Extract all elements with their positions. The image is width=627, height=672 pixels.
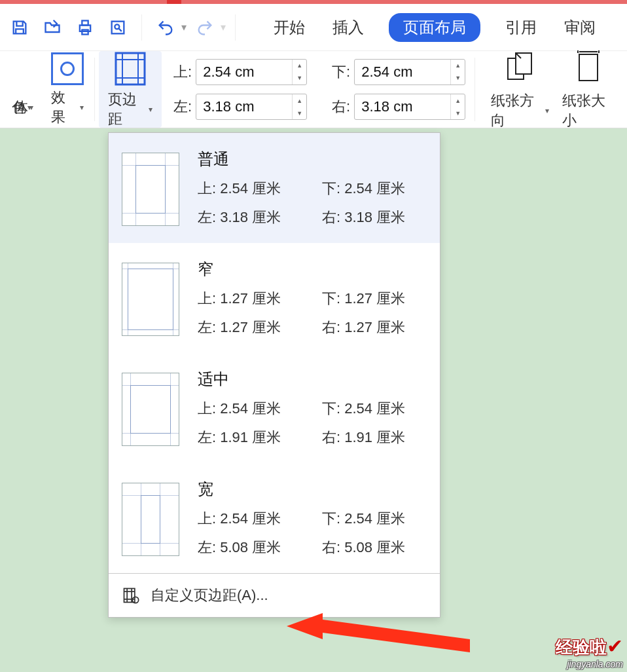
page-orientation-group[interactable]: 纸张方向▾ — [484, 51, 556, 128]
annotation-arrow — [287, 613, 470, 659]
preview-icon — [109, 18, 127, 37]
preset-top: 上: 2.54 厘米 — [198, 179, 302, 198]
save-icon — [10, 18, 29, 37]
preset-right: 右: 5.08 厘米 — [322, 538, 427, 557]
svg-rect-1 — [82, 20, 88, 25]
custom-margin-button[interactable]: 自定义页边距(A)... — [109, 573, 440, 617]
document-workspace: ▾ ▾ 开始 插入 页面布局 引用 审阅 色▾ 体▾ 效果▾ — [0, 4, 627, 672]
effects-label: 效果 — [51, 88, 79, 127]
preset-left: 左: 1.27 厘米 — [198, 318, 302, 337]
preset-left: 左: 3.18 厘米 — [198, 208, 302, 227]
preset-thumb-icon — [122, 483, 179, 556]
svg-point-18 — [132, 597, 138, 603]
margin-preset-2[interactable]: 适中 上: 2.54 厘米 下: 2.54 厘米 左: 1.91 厘米 右: 1… — [109, 353, 440, 463]
preset-name: 宽 — [198, 479, 427, 500]
svg-marker-19 — [287, 613, 470, 652]
spinner-up-icon[interactable]: ▲ — [451, 94, 465, 107]
svg-rect-13 — [124, 589, 135, 603]
tab-page-layout[interactable]: 页面布局 — [389, 13, 480, 42]
save-button[interactable] — [5, 13, 34, 42]
effects-icon — [51, 52, 84, 85]
preview-button[interactable] — [103, 13, 132, 42]
margin-bottom-label: 下: — [327, 62, 350, 82]
undo-history-caret[interactable]: ▾ — [181, 21, 187, 33]
svg-rect-5 — [116, 53, 145, 84]
margin-spinners: 上: 2.54 cm▲▼ 下: 2.54 cm▲▼ 左: 3.18 cm▲▼ 右… — [168, 51, 465, 128]
separator — [94, 58, 95, 121]
tab-review[interactable]: 审阅 — [562, 13, 598, 42]
margin-label: 页边距 — [108, 90, 147, 129]
page-margin-group[interactable]: 页边距▾ — [99, 51, 162, 128]
preset-left: 左: 1.91 厘米 — [198, 428, 302, 447]
watermark: 经验啦✔ jingyanla.com — [556, 635, 623, 669]
tab-insert[interactable]: 插入 — [330, 13, 367, 42]
margin-left-label: 左: — [168, 97, 192, 117]
undo-icon — [156, 18, 175, 37]
spinner-down-icon[interactable]: ▼ — [293, 72, 306, 84]
spinner-down-icon[interactable]: ▼ — [293, 107, 306, 119]
preset-right: 右: 1.91 厘米 — [322, 428, 427, 447]
print-button[interactable] — [71, 13, 99, 42]
margin-top-input[interactable]: 2.54 cm▲▼ — [196, 59, 307, 85]
size-label: 纸张大小 — [562, 91, 615, 130]
separator — [141, 14, 142, 41]
print-icon — [76, 18, 94, 37]
open-button[interactable] — [38, 13, 67, 42]
watermark-text: 经验啦 — [556, 637, 607, 657]
margin-bottom-input[interactable]: 2.54 cm▲▼ — [354, 59, 465, 85]
custom-margin-label: 自定义页边距(A)... — [151, 586, 268, 605]
margin-preset-1[interactable]: 窄 上: 1.27 厘米 下: 1.27 厘米 左: 1.27 厘米 右: 1.… — [109, 243, 440, 353]
spinner-down-icon[interactable]: ▼ — [451, 107, 465, 119]
chevron-down-icon: ▾ — [149, 105, 152, 114]
margin-left-input[interactable]: 3.18 cm▲▼ — [196, 94, 307, 120]
theme-effects-group[interactable]: 效果▾ — [45, 51, 90, 128]
theme-font-group[interactable]: 体▾ — [31, 51, 45, 128]
page-size-group[interactable]: 纸张大小 — [556, 51, 622, 128]
preset-right: 右: 3.18 厘米 — [322, 208, 427, 227]
open-icon — [43, 18, 62, 37]
preset-bottom: 下: 1.27 厘米 — [322, 289, 427, 308]
chevron-down-icon: ▾ — [545, 106, 549, 115]
preset-thumb-icon — [122, 263, 179, 336]
margin-right-label: 右: — [327, 97, 350, 117]
watermark-site: jingyanla.com — [556, 659, 623, 669]
page-size-icon — [570, 49, 607, 88]
preset-top: 上: 1.27 厘米 — [198, 289, 302, 308]
preset-name: 适中 — [198, 369, 427, 390]
svg-rect-3 — [112, 21, 124, 33]
orientation-label: 纸张方向 — [491, 91, 544, 130]
separator — [475, 58, 475, 121]
font-label: 体 — [14, 98, 28, 117]
margin-right-input[interactable]: 3.18 cm▲▼ — [354, 94, 465, 120]
orientation-icon — [501, 49, 538, 88]
redo-button[interactable] — [190, 13, 219, 42]
preset-thumb-icon — [122, 153, 179, 226]
preset-bottom: 下: 2.54 厘米 — [322, 509, 427, 529]
preset-bottom: 下: 2.54 厘米 — [322, 179, 427, 198]
preset-name: 普通 — [198, 149, 427, 170]
page-margin-icon — [112, 50, 149, 87]
spinner-up-icon[interactable]: ▲ — [451, 60, 465, 72]
custom-margin-icon — [122, 586, 140, 605]
preset-bottom: 下: 2.54 厘米 — [322, 399, 427, 419]
undo-button[interactable] — [151, 13, 180, 42]
margin-top-label: 上: — [168, 62, 192, 82]
spinner-up-icon[interactable]: ▲ — [293, 60, 306, 72]
quick-access-toolbar-row: ▾ ▾ 开始 插入 页面布局 引用 审阅 — [0, 4, 627, 51]
redo-icon — [196, 18, 214, 37]
spinner-up-icon[interactable]: ▲ — [293, 94, 306, 107]
preset-right: 右: 1.27 厘米 — [322, 318, 427, 337]
check-icon: ✔ — [607, 635, 623, 657]
preset-thumb-icon — [122, 373, 179, 446]
redo-history-caret[interactable]: ▾ — [221, 21, 226, 33]
preset-top: 上: 2.54 厘米 — [198, 509, 302, 529]
margin-dropdown-panel: 普通 上: 2.54 厘米 下: 2.54 厘米 左: 3.18 厘米 右: 3… — [108, 132, 440, 618]
margin-preset-0[interactable]: 普通 上: 2.54 厘米 下: 2.54 厘米 左: 3.18 厘米 右: 3… — [109, 133, 440, 243]
tab-references[interactable]: 引用 — [503, 13, 539, 42]
ribbon-tabs: 开始 插入 页面布局 引用 审阅 — [271, 13, 598, 42]
preset-top: 上: 2.54 厘米 — [198, 399, 302, 419]
svg-rect-12 — [579, 54, 598, 81]
margin-preset-3[interactable]: 宽 上: 2.54 厘米 下: 2.54 厘米 左: 5.08 厘米 右: 5.… — [109, 463, 440, 573]
tab-start[interactable]: 开始 — [271, 13, 308, 42]
spinner-down-icon[interactable]: ▼ — [451, 72, 465, 84]
